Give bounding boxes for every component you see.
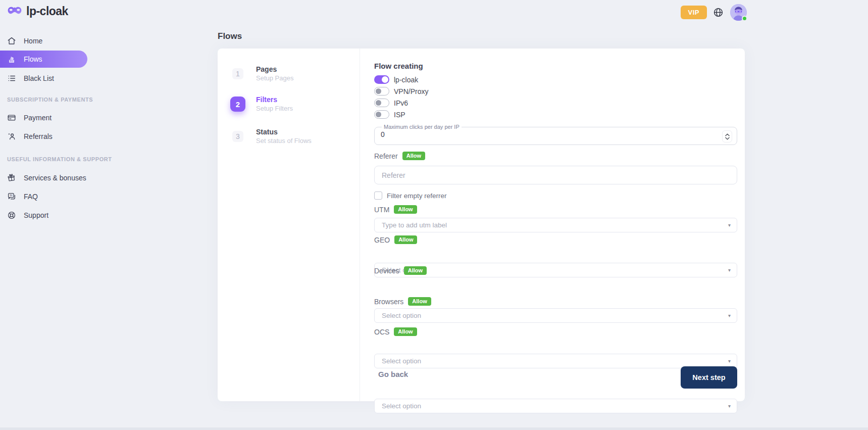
max-clicks-field-wrap: Maximum clicks per day per IP (374, 124, 737, 145)
geo-label-row: GEO Allow (374, 235, 417, 244)
ipv6-toggle[interactable] (374, 99, 389, 107)
sidebar-item-label: FAQ (24, 193, 38, 201)
gift-icon (7, 173, 16, 182)
svg-text:?!: ?! (10, 194, 13, 197)
toggle-label: ISP (394, 111, 405, 119)
utm-input[interactable] (382, 221, 730, 229)
step-pages[interactable]: 1 Pages Setup Pages (229, 65, 293, 82)
max-clicks-input[interactable] (381, 130, 704, 138)
geo-allow-badge[interactable]: Allow (394, 235, 417, 244)
step-title: Status (256, 128, 312, 137)
number-stepper-icon[interactable] (722, 130, 732, 142)
select-placeholder: Select option (382, 357, 421, 365)
sidebar-item-home[interactable]: Home (0, 32, 87, 50)
stepper: 1 Pages Setup Pages 2 Filters Setup Filt… (218, 49, 360, 401)
sidebar-item-label: Referrals (24, 132, 53, 140)
select-caret-icon: ▾ (728, 312, 731, 318)
sidebar-item-flows[interactable]: Flows (0, 51, 87, 68)
sidebar-item-black-list[interactable]: Black List (0, 70, 87, 87)
filter-empty-referrer-label: Filter empty referrer (387, 192, 447, 200)
toggle-label: lp-cloak (394, 76, 418, 84)
max-clicks-label: Maximum clicks per day per IP (382, 124, 462, 130)
lp-cloak-toggle[interactable] (374, 75, 389, 84)
utm-label: UTM (374, 206, 389, 214)
form-title: Flow creating (374, 62, 423, 70)
utm-allow-badge[interactable]: Allow (394, 205, 417, 214)
sidebar-item-label: Services & bonuses (24, 174, 86, 182)
step-subtitle: Setup Pages (256, 74, 293, 83)
toggle-label: VPN/Proxy (394, 87, 428, 95)
support-lifebuoy-icon (7, 211, 16, 220)
online-status-dot (742, 16, 747, 21)
toggle-label: IPv6 (394, 99, 408, 107)
page-title: Flows (218, 31, 242, 41)
step-subtitle: Setup Filters (256, 105, 293, 113)
step-title: Filters (256, 95, 293, 105)
devices-label-row: Devices Allow (374, 266, 427, 275)
toggle-row-ipv6: IPv6 (374, 99, 408, 107)
sidebar-item-support[interactable]: Support (0, 207, 87, 224)
utm-label-row: UTM Allow (374, 205, 417, 214)
ocs-select[interactable]: Select option ▾ (374, 399, 737, 413)
select-placeholder: Select option (382, 312, 421, 319)
step-number: 1 (232, 68, 243, 79)
toggle-row-vpn-proxy: VPN/Proxy (374, 87, 428, 95)
flows-stack-icon (7, 55, 16, 64)
filter-empty-referrer-checkbox[interactable] (374, 192, 382, 200)
step-number: 3 (232, 131, 243, 142)
ocs-label-row: OCS Allow (374, 327, 417, 336)
ocs-allow-badge[interactable]: Allow (394, 327, 417, 336)
devices-select[interactable]: Select option ▾ (374, 308, 737, 323)
geo-label: GEO (374, 236, 390, 244)
browsers-allow-badge[interactable]: Allow (408, 297, 431, 306)
payment-card-icon (7, 113, 16, 122)
toggle-row-lp-cloak: lp-cloak (374, 75, 418, 84)
home-icon (7, 36, 16, 45)
devices-label: Devices (374, 267, 399, 275)
referer-input[interactable] (374, 166, 737, 184)
browsers-label: Browsers (374, 298, 403, 306)
sidebar-item-label: Flows (24, 55, 42, 63)
mask-icon (7, 5, 22, 18)
sidebar-item-label: Support (24, 211, 48, 219)
sidebar-item-referrals[interactable]: Referrals (0, 128, 87, 145)
devices-allow-badge[interactable]: Allow (404, 266, 427, 275)
filter-empty-referrer-row[interactable]: Filter empty referrer (374, 192, 447, 200)
app-logo[interactable]: lp-cloak (7, 5, 68, 18)
step-filters[interactable]: 2 Filters Setup Filters (229, 95, 293, 113)
sidebar-item-label: Payment (24, 114, 52, 122)
referer-label: Referer (374, 152, 398, 160)
sidebar-item-payment[interactable]: Payment (0, 109, 87, 126)
flow-creating-form: Flow creating lp-cloak VPN/Proxy IPv6 IS… (374, 49, 737, 401)
geo-select[interactable]: Select option ▾ (374, 263, 737, 277)
utm-select[interactable]: ▾ (374, 218, 737, 232)
next-step-button[interactable]: Next step (681, 366, 737, 389)
vpn-proxy-toggle[interactable] (374, 87, 389, 95)
isp-toggle[interactable] (374, 110, 389, 119)
ocs-label: OCS (374, 328, 389, 336)
step-status[interactable]: 3 Status Set status of Flows (229, 128, 312, 145)
sidebar-item-faq[interactable]: ?! FAQ (0, 188, 87, 205)
step-subtitle: Set status of Flows (256, 137, 312, 146)
step-title: Pages (256, 65, 293, 74)
referer-label-row: Referer Allow (374, 152, 425, 160)
sidebar-section-useful: USEFUL INFORMATION & SUPPORT (7, 156, 82, 162)
black-list-icon (7, 74, 16, 83)
referer-allow-badge[interactable]: Allow (402, 152, 425, 160)
toggle-row-isp: ISP (374, 110, 405, 119)
select-caret-icon: ▾ (728, 222, 731, 227)
select-placeholder: Select option (382, 402, 421, 410)
browsers-label-row: Browsers Allow (374, 297, 431, 306)
go-back-button[interactable]: Go back (378, 370, 408, 378)
faq-bubble-icon: ?! (7, 192, 16, 201)
avatar[interactable] (730, 4, 747, 21)
globe-icon[interactable] (713, 7, 724, 18)
max-clicks-field: Maximum clicks per day per IP (374, 124, 737, 145)
select-caret-icon: ▾ (728, 358, 731, 363)
referrals-person-icon (7, 132, 16, 141)
sidebar-item-label: Home (24, 37, 42, 45)
vip-button[interactable]: VIP (681, 6, 707, 19)
select-caret-icon: ▾ (728, 267, 731, 272)
bottom-edge-strip (0, 427, 868, 430)
sidebar-item-services[interactable]: Services & bonuses (0, 169, 87, 186)
